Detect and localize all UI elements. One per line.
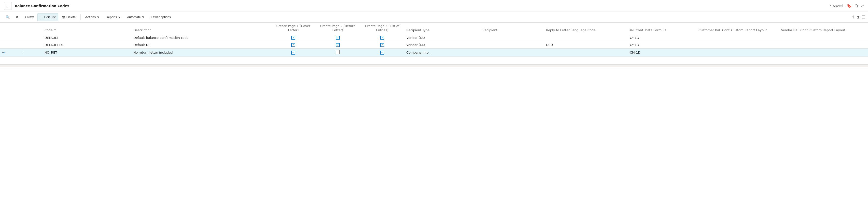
- row-menu-cell[interactable]: [17, 34, 42, 41]
- col-desc-header[interactable]: Description: [131, 23, 271, 34]
- table-row[interactable]: DEFAULT DEDefault DE✓✓✓Vendor (FA)DEU-CY…: [0, 41, 868, 49]
- actions-button[interactable]: Actions ∨: [83, 13, 102, 21]
- row-desc-cell: Default balance confirmation code: [131, 34, 271, 41]
- checkbox[interactable]: ✓: [336, 43, 340, 47]
- row-recipient-cell: [480, 49, 544, 56]
- top-bar: ← Balance Confirmation Codes ✓ Saved 🔖 ⬡…: [0, 0, 868, 12]
- layout-icon[interactable]: ☰: [862, 15, 865, 20]
- delete-button[interactable]: 🗑 Delete: [59, 13, 79, 21]
- row-cp3-cell[interactable]: ✓: [360, 34, 405, 41]
- col-bal-conf-header[interactable]: Bal. Conf. Date Formula: [626, 23, 696, 34]
- row-recipient-type-cell: Vendor (FA): [405, 41, 480, 49]
- row-cust-bal-cell: [696, 34, 779, 41]
- row-code-cell: DEFAULT: [42, 34, 131, 41]
- checkbox[interactable]: ✓: [380, 36, 384, 39]
- delete-label: Delete: [66, 15, 76, 19]
- search-icon: 🔍: [6, 15, 9, 19]
- reports-chevron-icon: ∨: [118, 15, 121, 19]
- row-reply-cell: DEU: [544, 41, 626, 49]
- checkbox[interactable]: ✓: [291, 36, 295, 39]
- col-cp1-label: Create Page 1 (Cover Letter): [276, 24, 310, 32]
- bookmark-icon[interactable]: 🔖: [847, 3, 851, 8]
- open-in-new-icon[interactable]: ⬡: [855, 3, 858, 8]
- row-menu-cell[interactable]: ⋮: [17, 49, 42, 56]
- collapse-icon[interactable]: ⤢: [861, 3, 864, 8]
- table-header-row: Code ↑ Description Create Page 1 (Cover …: [0, 23, 868, 34]
- share-icon[interactable]: ↑: [851, 15, 855, 20]
- row-reply-cell: [544, 49, 626, 56]
- back-icon: ←: [6, 4, 10, 8]
- new-label: + New: [25, 15, 34, 19]
- row-context-menu-icon[interactable]: ⋮: [19, 50, 25, 55]
- row-arrow-cell: [0, 41, 17, 49]
- row-cust-bal-cell: [696, 41, 779, 49]
- actions-label: Actions: [85, 15, 96, 19]
- automate-chevron-icon: ∨: [142, 15, 145, 19]
- col-arrow-header: [0, 23, 17, 34]
- col-cust-bal-header[interactable]: Customer Bal. Conf. Custom Report Layout: [696, 23, 779, 34]
- col-desc-label: Description: [133, 28, 152, 32]
- col-bal-conf-label: Bal. Conf. Date Formula: [628, 28, 666, 32]
- edit-list-button[interactable]: ☰ Edit List: [37, 13, 58, 21]
- row-cp1-cell[interactable]: ✓: [271, 34, 316, 41]
- page-title: Balance Confirmation Codes: [15, 4, 69, 8]
- col-cp1-header[interactable]: Create Page 1 (Cover Letter): [271, 23, 316, 34]
- col-cp2-header[interactable]: Create Page 2 (Return Letter): [316, 23, 360, 34]
- checkbox[interactable]: ✓: [291, 43, 295, 47]
- row-vendor-bal-cell: [779, 41, 868, 49]
- actions-chevron-icon: ∨: [97, 15, 99, 19]
- delete-icon: 🗑: [62, 15, 65, 19]
- row-vendor-bal-cell: [779, 49, 868, 56]
- table-row[interactable]: →⋮NO_RETNo return letter included✓✓Compa…: [0, 49, 868, 56]
- row-recipient-cell: [480, 41, 544, 49]
- copy-icon: ⧉: [16, 15, 18, 19]
- empty-row: [0, 56, 868, 64]
- col-vendor-bal-header[interactable]: Vendor Bal. Conf. Custom Report Layout: [779, 23, 868, 34]
- row-cp2-cell[interactable]: ✓: [316, 34, 360, 41]
- row-cp3-cell[interactable]: ✓: [360, 41, 405, 49]
- row-cp1-cell[interactable]: ✓: [271, 41, 316, 49]
- row-cust-bal-cell: [696, 49, 779, 56]
- col-recipient-type-header[interactable]: Recipient Type: [405, 23, 480, 34]
- fewer-options-label: Fewer options: [151, 15, 171, 19]
- top-right-area: ✓ Saved 🔖 ⬡ ⤢: [829, 3, 864, 8]
- separator-1: [80, 14, 81, 20]
- reports-label: Reports: [106, 15, 117, 19]
- row-code-cell: NO_RET: [42, 49, 131, 56]
- toolbar-right: ↑ ⧗ ☰: [851, 15, 865, 20]
- row-vendor-bal-cell: [779, 34, 868, 41]
- checkbox[interactable]: [336, 50, 340, 54]
- new-button[interactable]: + New: [22, 13, 36, 21]
- fewer-options-button[interactable]: Fewer options: [148, 13, 174, 21]
- col-code-header[interactable]: Code ↑: [42, 23, 131, 34]
- reports-button[interactable]: Reports ∨: [103, 13, 124, 21]
- row-cp1-cell[interactable]: ✓: [271, 49, 316, 56]
- filter-icon[interactable]: ⧗: [857, 15, 860, 20]
- col-recipient-header[interactable]: Recipient: [480, 23, 544, 34]
- automate-button[interactable]: Automate ∨: [124, 13, 147, 21]
- row-menu-cell[interactable]: [17, 41, 42, 49]
- checkbox[interactable]: ✓: [336, 36, 340, 39]
- search-button[interactable]: 🔍: [3, 13, 12, 21]
- row-cp2-cell[interactable]: ✓: [316, 41, 360, 49]
- row-arrow-cell: →: [0, 49, 17, 56]
- scroll-bar[interactable]: [0, 64, 868, 67]
- col-cp3-header[interactable]: Create Page 3 (List of Entries): [360, 23, 405, 34]
- col-reply-header[interactable]: Reply to Letter Language Code: [544, 23, 626, 34]
- checkbox[interactable]: ✓: [380, 51, 384, 55]
- col-vendor-bal-label: Vendor Bal. Conf. Custom Report Layout: [781, 28, 845, 32]
- copy-button[interactable]: ⧉: [13, 13, 21, 21]
- row-desc-cell: No return letter included: [131, 49, 271, 56]
- checkbox[interactable]: ✓: [380, 43, 384, 47]
- table-area: Code ↑ Description Create Page 1 (Cover …: [0, 23, 868, 64]
- edit-list-label: Edit List: [44, 15, 56, 19]
- col-reply-label: Reply to Letter Language Code: [546, 28, 596, 32]
- row-cp2-cell[interactable]: [316, 49, 360, 56]
- table-row[interactable]: DEFAULTDefault balance confirmation code…: [0, 34, 868, 41]
- row-recipient-type-cell: Vendor (FA): [405, 34, 480, 41]
- checkbox[interactable]: ✓: [291, 51, 295, 55]
- row-cp3-cell[interactable]: ✓: [360, 49, 405, 56]
- back-button[interactable]: ←: [4, 2, 12, 10]
- row-bal-conf-cell: -CY-1D: [626, 41, 696, 49]
- top-right-icons: 🔖 ⬡ ⤢: [847, 3, 864, 8]
